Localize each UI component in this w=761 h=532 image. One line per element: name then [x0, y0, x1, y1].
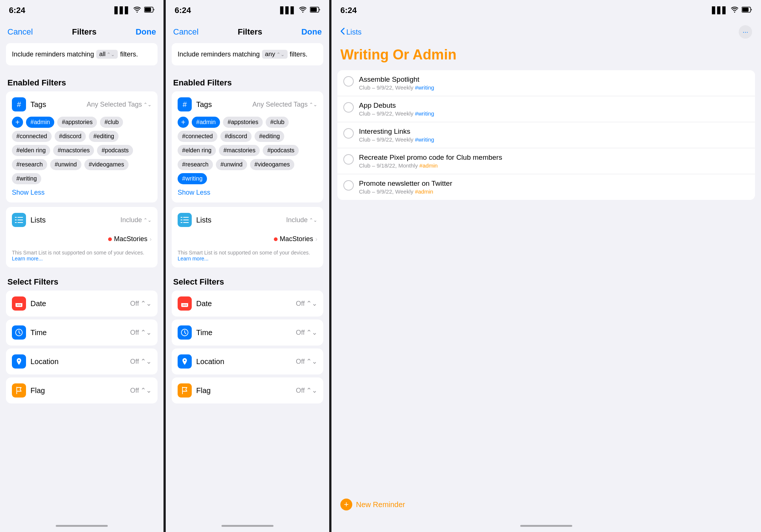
- tag-pill[interactable]: #elden ring: [12, 145, 50, 156]
- tag-pill[interactable]: #connected: [12, 131, 52, 142]
- tag-pill[interactable]: #writing: [178, 173, 207, 184]
- lists-filter-chevron-2: ⌃⌄: [309, 217, 317, 223]
- reminder-text-block: Promote newsletter on TwitterClub – 9/9/…: [359, 179, 749, 195]
- flag-left-2: Flag: [178, 383, 211, 398]
- reminder-item[interactable]: Interesting LinksClub – 9/9/22, Weekly #…: [337, 122, 755, 148]
- tag-pill[interactable]: #elden ring: [178, 145, 216, 156]
- done-button-2[interactable]: Done: [301, 27, 322, 37]
- time-filter-2[interactable]: Time Off ⌃⌄: [172, 319, 323, 346]
- tag-pill[interactable]: #macstories: [53, 145, 94, 156]
- tag-pill[interactable]: #writing: [12, 173, 41, 184]
- list-macstories-row-2[interactable]: MacStories ›: [178, 232, 317, 246]
- tag-pill[interactable]: #appstories: [223, 117, 263, 128]
- new-reminder-btn-3[interactable]: + New Reminder: [331, 490, 761, 519]
- tag-pill[interactable]: #club: [100, 117, 123, 128]
- warning-text-1: This Smart List is not supported on some…: [12, 250, 152, 262]
- cancel-button-1[interactable]: Cancel: [7, 27, 33, 37]
- tag-pill[interactable]: #club: [266, 117, 289, 128]
- enabled-filters-header-1: Enabled Filters: [6, 73, 158, 91]
- reminder-circle[interactable]: [343, 180, 354, 191]
- flag-icon-2: [178, 383, 192, 398]
- location-filter-1[interactable]: Location Off ⌃⌄: [6, 348, 158, 374]
- match-pill-2[interactable]: any ⌃⌄: [262, 50, 287, 59]
- date-filter-1[interactable]: Date Off ⌃⌄: [6, 291, 158, 317]
- location-label-2: Location: [196, 357, 224, 366]
- match-value-2: any: [265, 51, 275, 58]
- more-icon-3: ···: [742, 28, 748, 36]
- lists-label-1: Lists: [30, 216, 46, 224]
- tag-pill[interactable]: #podcasts: [263, 145, 299, 156]
- tags-value-1[interactable]: Any Selected Tags ⌃⌄: [87, 101, 152, 108]
- panel-2: 6:24 ▋▋▋ Cancel Filters Done Include rem…: [166, 0, 329, 532]
- time-filter-1[interactable]: Time Off ⌃⌄: [6, 319, 158, 346]
- learn-more-1[interactable]: Learn more...: [12, 256, 43, 262]
- time-left-1: Time: [12, 325, 47, 340]
- reminder-item[interactable]: Promote newsletter on TwitterClub – 9/9/…: [337, 174, 755, 200]
- tag-pill[interactable]: #editing: [255, 131, 284, 142]
- svg-rect-23: [181, 301, 188, 303]
- tag-pill[interactable]: #macstories: [219, 145, 260, 156]
- tag-pill[interactable]: #admin: [26, 117, 54, 128]
- flag-filter-2[interactable]: Flag Off ⌃⌄: [172, 377, 323, 403]
- status-time-3: 6:24: [340, 6, 357, 15]
- reminder-item[interactable]: App DebutsClub – 9/9/22, Weekly #writing: [337, 96, 755, 122]
- reminder-item[interactable]: Recreate Pixel promo code for Club membe…: [337, 148, 755, 174]
- home-indicator-2: [166, 519, 329, 532]
- svg-rect-6: [17, 220, 23, 220]
- tag-add-btn-1[interactable]: +: [12, 117, 23, 128]
- nav-bar-2: Cancel Filters Done: [166, 21, 329, 43]
- home-bar-3: [520, 525, 572, 527]
- tag-pill[interactable]: #unwind: [50, 159, 81, 170]
- date-value-1: Off ⌃⌄: [130, 299, 152, 308]
- tag-pill[interactable]: #discord: [220, 131, 252, 142]
- tag-add-btn-2[interactable]: +: [178, 117, 189, 128]
- reminder-title: Recreate Pixel promo code for Club membe…: [359, 153, 749, 162]
- location-filter-2[interactable]: Location Off ⌃⌄: [172, 348, 323, 374]
- tag-pill[interactable]: #connected: [178, 131, 217, 142]
- nav-bar-1: Cancel Filters Done: [0, 21, 163, 43]
- enabled-filters-header-2: Enabled Filters: [172, 73, 323, 91]
- reminder-circle[interactable]: [343, 102, 354, 113]
- time-value-2: Off ⌃⌄: [296, 328, 317, 337]
- lists-value-2[interactable]: Include ⌃⌄: [286, 216, 317, 224]
- warning-text-2: This Smart List is not supported on some…: [178, 250, 317, 262]
- tag-pill[interactable]: #research: [178, 159, 213, 170]
- match-filter-row-2: Include reminders matching any ⌃⌄ filter…: [172, 43, 323, 65]
- reminder-item[interactable]: Assemble SpotlightClub – 9/9/22, Weekly …: [337, 70, 755, 96]
- cancel-button-2[interactable]: Cancel: [173, 27, 198, 37]
- reminder-circle[interactable]: [343, 154, 354, 165]
- list-row-chevron-2: ›: [315, 236, 317, 243]
- tag-pill[interactable]: #research: [12, 159, 47, 170]
- tag-pill[interactable]: #videogames: [250, 159, 294, 170]
- flag-value-1: Off ⌃⌄: [130, 386, 152, 395]
- signal-icon-1: ▋▋▋: [114, 6, 130, 14]
- date-filter-2[interactable]: Date Off ⌃⌄: [172, 291, 323, 317]
- show-less-2[interactable]: Show Less: [178, 189, 317, 197]
- tag-pill[interactable]: #podcasts: [97, 145, 133, 156]
- date-label-1: Date: [30, 299, 46, 308]
- tag-pill[interactable]: #videogames: [84, 159, 129, 170]
- location-icon-1: [12, 354, 26, 369]
- tag-pill[interactable]: #editing: [89, 131, 119, 142]
- reminder-circle[interactable]: [343, 128, 354, 139]
- more-button-3[interactable]: ···: [739, 25, 752, 39]
- svg-rect-20: [183, 220, 189, 220]
- tags-filter-card-1: # Tags Any Selected Tags ⌃⌄ + #admin#app…: [6, 91, 158, 202]
- tag-pill[interactable]: #admin: [192, 117, 220, 128]
- reminder-circle[interactable]: [343, 76, 354, 87]
- tag-pill[interactable]: #discord: [55, 131, 86, 142]
- tag-pill[interactable]: #unwind: [216, 159, 247, 170]
- lists-value-1[interactable]: Include ⌃⌄: [120, 216, 152, 224]
- back-button-3[interactable]: Lists: [340, 27, 362, 37]
- reminder-subtitle: Club – 9/9/22, Weekly #admin: [359, 188, 749, 195]
- tag-pill[interactable]: #appstories: [57, 117, 97, 128]
- done-button-1[interactable]: Done: [136, 27, 156, 37]
- match-suffix-1: filters.: [120, 51, 138, 58]
- tags-icon-1: #: [12, 97, 26, 111]
- match-pill-1[interactable]: all ⌃⌄: [96, 50, 118, 59]
- tags-value-2[interactable]: Any Selected Tags ⌃⌄: [252, 101, 317, 108]
- show-less-1[interactable]: Show Less: [12, 189, 152, 197]
- flag-filter-1[interactable]: Flag Off ⌃⌄: [6, 377, 158, 403]
- learn-more-2[interactable]: Learn more...: [178, 256, 208, 262]
- list-macstories-row-1[interactable]: MacStories ›: [12, 232, 152, 246]
